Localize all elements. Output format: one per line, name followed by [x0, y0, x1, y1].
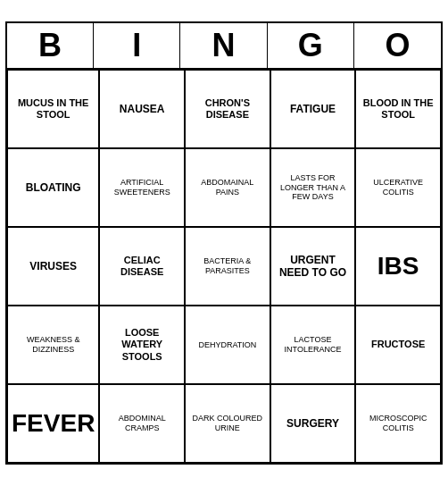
bingo-cell-19: FRUCTOSE [355, 306, 441, 384]
bingo-cell-5: BLOATING [7, 148, 99, 227]
bingo-cell-2: CHRON'S DISEASE [185, 70, 270, 148]
bingo-cell-16: LOOSE WATERY STOOLS [99, 306, 185, 384]
bingo-cell-6: ARTIFICIAL SWEETENERS [99, 148, 185, 227]
bingo-cell-3: FATIGUE [270, 70, 356, 148]
bingo-cell-4: BLOOD IN THE STOOL [355, 70, 441, 148]
bingo-cell-21: ABDOMINAL CRAMPS [99, 384, 185, 463]
bingo-card: BINGO MUCUS IN THE STOOLNAUSEACHRON'S DI… [5, 21, 443, 465]
bingo-cell-18: LACTOSE INTOLERANCE [270, 306, 356, 384]
bingo-cell-22: DARK COLOURED URINE [185, 384, 270, 463]
bingo-header: BINGO [7, 23, 441, 70]
bingo-grid: MUCUS IN THE STOOLNAUSEACHRON'S DISEASEF… [7, 70, 441, 463]
bingo-cell-13: URGENT NEED TO GO [270, 227, 356, 306]
bingo-cell-24: MICROSCOPIC COLITIS [355, 384, 441, 463]
bingo-cell-8: LASTS FOR LONGER THAN A FEW DAYS [270, 148, 356, 227]
bingo-cell-23: SURGERY [270, 384, 356, 463]
bingo-cell-15: WEAKNESS & DIZZINESS [7, 306, 99, 384]
bingo-cell-11: CELIAC DISEASE [99, 227, 185, 306]
bingo-letter-b: B [7, 23, 94, 68]
bingo-letter-n: N [180, 23, 267, 68]
bingo-letter-o: O [354, 23, 441, 68]
bingo-cell-12: BACTERIA & PARASITES [185, 227, 270, 306]
bingo-cell-9: ULCERATIVE COLITIS [355, 148, 441, 227]
bingo-cell-17: DEHYDRATION [185, 306, 270, 384]
bingo-cell-20: FEVER [7, 384, 99, 463]
bingo-letter-i: I [94, 23, 180, 68]
bingo-cell-1: NAUSEA [99, 70, 185, 148]
bingo-letter-g: G [268, 23, 354, 68]
bingo-cell-10: VIRUSES [7, 227, 99, 306]
bingo-cell-7: ABDOMAINAL PAINS [185, 148, 270, 227]
bingo-cell-0: MUCUS IN THE STOOL [7, 70, 99, 148]
bingo-cell-14: IBS [355, 227, 441, 306]
